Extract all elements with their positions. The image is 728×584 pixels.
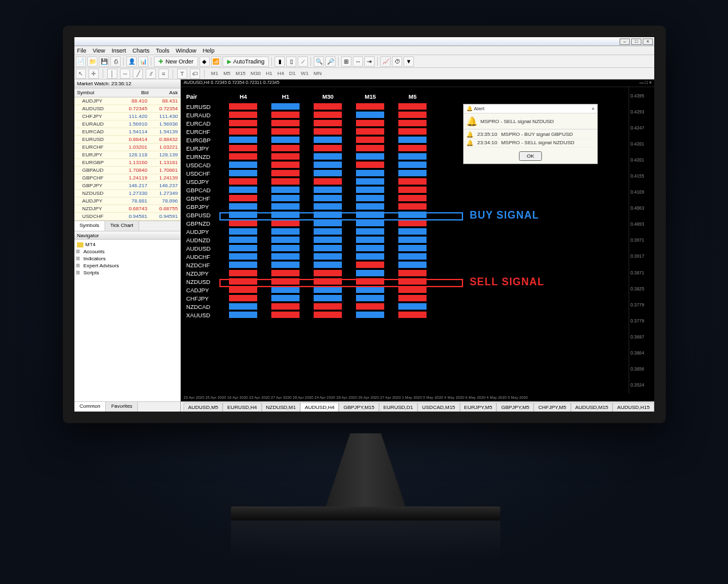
col-symbol[interactable]: Symbol <box>74 88 119 97</box>
zoom-out-icon[interactable]: 🔎 <box>325 56 335 67</box>
chart-tab[interactable]: GBPJPY,M15 <box>339 403 378 412</box>
nav-node[interactable]: Scripts <box>76 269 179 276</box>
market-watch-list[interactable]: AUDJPY88.41088.431AUDUSD0.723450.72354CH… <box>74 97 180 221</box>
crosshair-icon[interactable]: ✛ <box>89 69 99 79</box>
close-button[interactable]: × <box>643 38 653 45</box>
tf-h4[interactable]: H4 <box>275 70 287 77</box>
signal-row[interactable]: GBPNZD <box>181 219 629 228</box>
chart-tab[interactable]: AUDUSD,H4 <box>300 403 339 412</box>
period-icon[interactable]: ⏱ <box>392 56 402 67</box>
tf-w1[interactable]: W1 <box>298 70 311 77</box>
maximize-button[interactable]: □ <box>631 38 641 45</box>
scroll-icon[interactable]: ↔ <box>353 56 363 67</box>
signal-row[interactable]: USDCHF <box>181 169 629 178</box>
mw-row[interactable]: EURJPY128.118128.139 <box>74 151 180 159</box>
mw-row[interactable]: EURAUD1.569101.56936 <box>74 121 180 128</box>
new-order-button[interactable]: ✚ New Order <box>154 56 198 67</box>
signal-row[interactable]: XAUUSD <box>181 311 629 319</box>
minimize-button[interactable]: – <box>620 38 630 45</box>
navigator-tree[interactable]: MT4 AccountsIndicatorsExpert AdvisorsScr… <box>74 240 180 401</box>
chart-icon[interactable]: 📊 <box>138 56 148 67</box>
signal-grid[interactable]: PairH4H1M30M15M5 EURUSDEURAUDEURCADEURCH… <box>181 87 629 394</box>
chart-tab[interactable]: EURUSD,D1 <box>379 403 418 412</box>
print-icon[interactable]: ⎙ <box>110 56 121 67</box>
mw-row[interactable]: EURUSD0.884140.88432 <box>74 136 180 144</box>
tf-m30[interactable]: M30 <box>248 70 264 77</box>
signal-row[interactable]: AUDJPY <box>181 228 629 236</box>
menu-charts[interactable]: Charts <box>132 47 149 54</box>
alert-ok-button[interactable]: OK <box>519 151 542 161</box>
chart-tab[interactable]: NZDUSD,M1 <box>262 403 301 412</box>
mw-row[interactable]: GBPJPY146.217146.237 <box>74 182 180 190</box>
signal-row[interactable]: AUDUSD <box>181 244 629 253</box>
mw-row[interactable]: AUDJPY88.41088.431 <box>74 97 180 105</box>
nav-node[interactable]: Expert Advisors <box>76 262 179 269</box>
template-icon[interactable]: ▼ <box>403 56 414 67</box>
mw-row[interactable]: NZDUSD1.273301.27349 <box>74 190 180 197</box>
open-icon[interactable]: 📁 <box>87 56 97 67</box>
signal-row[interactable]: CADJPY <box>181 286 629 294</box>
signal-row[interactable]: CHFJPY <box>181 294 629 303</box>
alert-row[interactable]: 🔔23:34:10MSPRO - SELL signal NZDUSD <box>466 139 595 147</box>
chart-tab[interactable]: EURUSD,H4 <box>223 403 261 412</box>
alert-close-icon[interactable]: × <box>591 106 595 112</box>
mw-row[interactable]: GBPCHF1.241191.24139 <box>74 174 180 182</box>
signal-row[interactable]: AUDCHF <box>181 253 629 261</box>
tab-symbols[interactable]: Symbols <box>74 221 105 231</box>
indicator-icon[interactable]: 📈 <box>380 56 391 67</box>
candle-icon[interactable]: ▯ <box>286 56 296 67</box>
chart-tab[interactable]: AUDUSD,M5 <box>183 403 223 412</box>
menu-tools[interactable]: Tools <box>156 47 169 54</box>
text-icon[interactable]: T <box>177 69 187 79</box>
alert-dialog[interactable]: 🔔 Alert × 🔔 MSPRO - SELL signal NZDUSD 🔔… <box>463 104 598 164</box>
tf-d1[interactable]: D1 <box>287 70 298 77</box>
mw-row[interactable]: EURCAD1.541141.54139 <box>74 128 180 136</box>
nav-root[interactable]: MT4 <box>76 241 179 248</box>
signal-row[interactable]: AUDNZD <box>181 236 629 244</box>
chart-tab[interactable]: USDCAD,M15 <box>418 403 460 412</box>
mw-row[interactable]: GBPAUD1.708401.70861 <box>74 167 180 174</box>
profile-icon[interactable]: 👤 <box>126 56 137 67</box>
col-ask[interactable]: Ask <box>149 88 181 97</box>
signals-icon[interactable]: 📶 <box>211 56 221 67</box>
col-bid[interactable]: Bid <box>119 88 149 97</box>
tf-m15[interactable]: M15 <box>233 70 248 77</box>
cursor-icon[interactable]: ↖ <box>76 69 86 79</box>
tf-h1[interactable]: H1 <box>263 70 275 77</box>
tf-m1[interactable]: M1 <box>208 70 221 77</box>
nav-node[interactable]: Accounts <box>76 248 179 255</box>
save-icon[interactable]: 💾 <box>99 56 109 67</box>
chart-tab[interactable]: AUDUSD,H15 <box>613 403 654 412</box>
signal-row[interactable]: NZDCAD <box>181 303 629 311</box>
tab-tickchart[interactable]: Tick Chart <box>105 221 139 231</box>
chart-tab[interactable]: AUDUSD,M15 <box>571 403 613 412</box>
mw-row[interactable]: EURCHF1.032011.03221 <box>74 144 180 151</box>
hline-icon[interactable]: ─ <box>120 69 130 79</box>
tab-common[interactable]: Common <box>74 402 106 412</box>
chart-tab[interactable]: EURJPY,M5 <box>460 403 497 412</box>
signal-row[interactable]: NZDUSD <box>181 278 629 286</box>
fibo-icon[interactable]: ≡ <box>158 69 169 79</box>
mw-row[interactable]: NZDJPY0.687430.68755 <box>74 205 180 213</box>
tab-favorites[interactable]: Favorites <box>106 402 138 412</box>
label-icon[interactable]: 🏷 <box>190 69 200 79</box>
mw-row[interactable]: USDCHF0.945810.94591 <box>74 213 180 221</box>
signal-row[interactable]: USDJPY <box>181 178 629 186</box>
mw-row[interactable]: EURGBP1.131601.13181 <box>74 159 180 167</box>
channel-icon[interactable]: ⫽ <box>146 69 156 79</box>
menu-help[interactable]: Help <box>203 47 215 54</box>
shift-icon[interactable]: ⇥ <box>364 56 375 67</box>
signal-row[interactable]: GBPUSD <box>181 211 629 219</box>
signal-row[interactable]: NZDJPY <box>181 269 629 278</box>
nav-node[interactable]: Indicators <box>76 255 179 262</box>
grid-icon[interactable]: ⊞ <box>341 56 351 67</box>
mw-row[interactable]: CHFJPY111.420111.430 <box>74 113 180 121</box>
menu-file[interactable]: File <box>77 47 87 54</box>
mw-row[interactable]: AUDUSD0.723450.72354 <box>74 105 180 113</box>
signal-row[interactable]: NZDCHF <box>181 261 629 269</box>
menu-view[interactable]: View <box>93 47 105 54</box>
menu-window[interactable]: Window <box>176 47 196 54</box>
metaquotes-icon[interactable]: ◆ <box>199 56 210 67</box>
menu-insert[interactable]: Insert <box>112 47 126 54</box>
zoom-in-icon[interactable]: 🔍 <box>314 56 324 67</box>
